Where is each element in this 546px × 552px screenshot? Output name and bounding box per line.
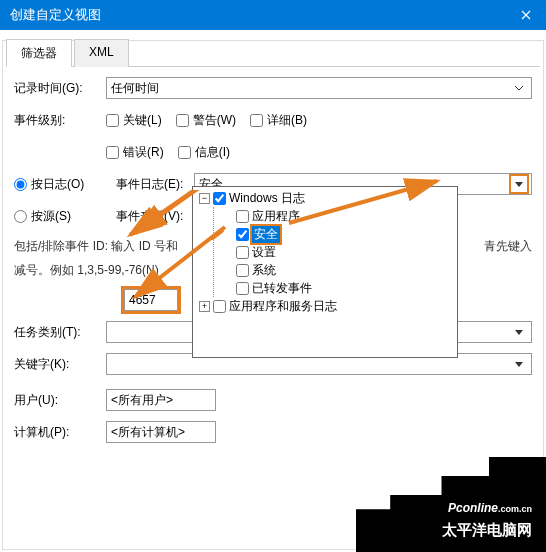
event-id-help2: 减号。例如 1,3,5-99,-76(N) (14, 261, 184, 279)
tree-node-app-services[interactable]: + 应用程序和服务日志 (199, 297, 455, 315)
event-id-help-tail: 青先键入 (484, 239, 532, 253)
event-source-label: 事件来源(V): (116, 208, 194, 225)
log-time-select[interactable]: 任何时间 (106, 77, 532, 99)
chevron-down-icon (511, 356, 527, 372)
titlebar: 创建自定义视图 (0, 0, 546, 30)
user-label: 用户(U): (14, 392, 106, 409)
log-time-label: 记录时间(G): (14, 80, 106, 97)
tree-check-application[interactable] (236, 210, 249, 223)
check-information[interactable]: 信息(I) (178, 144, 230, 161)
chevron-down-icon (511, 80, 527, 96)
event-id-input[interactable] (124, 289, 178, 311)
watermark: Pconline.com.cn 太平洋电脑网 (346, 452, 546, 552)
tab-filter[interactable]: 筛选器 (6, 39, 72, 67)
event-log-label: 事件日志(E): (116, 176, 194, 193)
tree-check-system[interactable] (236, 264, 249, 277)
chevron-down-icon (511, 324, 527, 340)
computer-label: 计算机(P): (14, 424, 106, 441)
expand-icon[interactable]: + (199, 301, 210, 312)
check-error[interactable]: 错误(R) (106, 144, 164, 161)
dropdown-arrow-icon (511, 176, 527, 192)
event-level-label: 事件级别: (14, 112, 106, 129)
close-icon (521, 10, 531, 20)
close-button[interactable] (506, 0, 546, 30)
radio-by-log[interactable]: 按日志(O) (14, 176, 116, 193)
check-warning[interactable]: 警告(W) (176, 112, 236, 129)
tree-node-system[interactable]: 系统 (222, 261, 455, 279)
tab-strip: 筛选器 XML (6, 38, 540, 67)
window-title: 创建自定义视图 (10, 6, 101, 24)
log-time-value: 任何时间 (111, 80, 159, 97)
check-critical[interactable]: 关键(L) (106, 112, 162, 129)
event-log-dropdown-panel: − Windows 日志 应用程序 安全 设置 (192, 186, 458, 358)
tree-node-windows-logs[interactable]: − Windows 日志 (199, 189, 455, 207)
log-tree: − Windows 日志 应用程序 安全 设置 (195, 189, 455, 315)
tab-xml[interactable]: XML (74, 39, 129, 67)
computer-input[interactable] (106, 421, 216, 443)
collapse-icon[interactable]: − (199, 193, 210, 204)
watermark-line2: 太平洋电脑网 (442, 521, 532, 540)
tree-node-forwarded[interactable]: 已转发事件 (222, 279, 455, 297)
keywords-label: 关键字(K): (14, 356, 106, 373)
task-category-label: 任务类别(T): (14, 324, 106, 341)
tree-node-setup[interactable]: 设置 (222, 243, 455, 261)
watermark-line1: Pconline.com.cn (448, 498, 532, 516)
tree-check-app-services[interactable] (213, 300, 226, 313)
tree-check-setup[interactable] (236, 246, 249, 259)
tree-check-windows-logs[interactable] (213, 192, 226, 205)
tree-check-security[interactable] (236, 228, 249, 241)
event-id-help1: 包括/排除事件 ID: 输入 ID 号和 (14, 237, 184, 255)
radio-by-source[interactable]: 按源(S) (14, 208, 116, 225)
check-verbose[interactable]: 详细(B) (250, 112, 307, 129)
user-input[interactable] (106, 389, 216, 411)
tree-check-forwarded[interactable] (236, 282, 249, 295)
tree-node-application[interactable]: 应用程序 (222, 207, 455, 225)
tree-node-security[interactable]: 安全 (222, 225, 455, 243)
